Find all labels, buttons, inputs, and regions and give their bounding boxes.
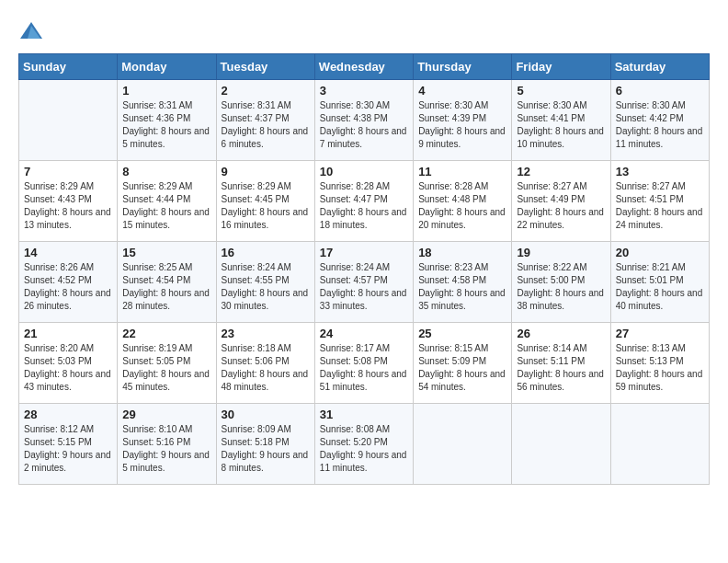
day-number: 7	[24, 165, 112, 178]
calendar-cell: 31Sunrise: 8:08 AMSunset: 5:20 PMDayligh…	[314, 404, 413, 485]
calendar-cell: 17Sunrise: 8:24 AMSunset: 4:57 PMDayligh…	[314, 242, 413, 323]
calendar-week-row: 28Sunrise: 8:12 AMSunset: 5:15 PMDayligh…	[19, 404, 710, 485]
day-number: 18	[418, 246, 506, 259]
day-number: 12	[517, 165, 605, 178]
day-number: 5	[517, 84, 605, 98]
cell-details: Sunrise: 8:21 AMSunset: 5:01 PMDaylight:…	[616, 261, 704, 313]
calendar-cell: 6Sunrise: 8:30 AMSunset: 4:42 PMDaylight…	[610, 80, 709, 161]
cell-details: Sunrise: 8:28 AMSunset: 4:47 PMDaylight:…	[320, 180, 408, 232]
day-number: 8	[122, 165, 210, 178]
day-number: 28	[24, 408, 112, 421]
cell-details: Sunrise: 8:14 AMSunset: 5:11 PMDaylight:…	[517, 342, 605, 394]
weekday-header: Thursday	[414, 54, 512, 80]
calendar-cell: 13Sunrise: 8:27 AMSunset: 4:51 PMDayligh…	[610, 161, 709, 242]
day-number: 11	[418, 165, 506, 178]
calendar-cell	[512, 404, 610, 485]
cell-details: Sunrise: 8:29 AMSunset: 4:45 PMDaylight:…	[222, 180, 310, 232]
day-number: 14	[24, 246, 112, 259]
calendar-cell: 3Sunrise: 8:30 AMSunset: 4:38 PMDaylight…	[314, 80, 413, 161]
day-number: 10	[320, 165, 408, 178]
day-number: 23	[222, 327, 310, 340]
day-number: 26	[517, 327, 605, 340]
calendar-cell: 22Sunrise: 8:19 AMSunset: 5:05 PMDayligh…	[118, 323, 216, 404]
calendar-cell: 25Sunrise: 8:15 AMSunset: 5:09 PMDayligh…	[414, 323, 512, 404]
calendar-cell: 2Sunrise: 8:31 AMSunset: 4:37 PMDaylight…	[216, 80, 314, 161]
weekday-header: Friday	[512, 54, 610, 80]
cell-details: Sunrise: 8:29 AMSunset: 4:44 PMDaylight:…	[122, 180, 210, 232]
calendar-cell: 12Sunrise: 8:27 AMSunset: 4:49 PMDayligh…	[512, 161, 610, 242]
header-row: SundayMondayTuesdayWednesdayThursdayFrid…	[19, 54, 710, 80]
calendar-week-row: 1Sunrise: 8:31 AMSunset: 4:36 PMDaylight…	[19, 80, 710, 161]
day-number: 25	[418, 327, 506, 340]
day-number: 6	[616, 84, 704, 98]
day-number: 29	[122, 408, 210, 421]
cell-details: Sunrise: 8:08 AMSunset: 5:20 PMDaylight:…	[320, 423, 408, 475]
cell-details: Sunrise: 8:24 AMSunset: 4:57 PMDaylight:…	[320, 261, 408, 313]
calendar-cell	[19, 80, 118, 161]
cell-details: Sunrise: 8:20 AMSunset: 5:03 PMDaylight:…	[24, 342, 112, 394]
calendar-week-row: 21Sunrise: 8:20 AMSunset: 5:03 PMDayligh…	[19, 323, 710, 404]
calendar-cell: 26Sunrise: 8:14 AMSunset: 5:11 PMDayligh…	[512, 323, 610, 404]
weekday-header: Saturday	[610, 54, 709, 80]
cell-details: Sunrise: 8:28 AMSunset: 4:48 PMDaylight:…	[418, 180, 506, 232]
day-number: 24	[320, 327, 408, 340]
day-number: 30	[222, 408, 310, 421]
calendar-week-row: 7Sunrise: 8:29 AMSunset: 4:43 PMDaylight…	[19, 161, 710, 242]
cell-details: Sunrise: 8:24 AMSunset: 4:55 PMDaylight:…	[222, 261, 310, 313]
logo	[18, 18, 48, 44]
calendar-cell: 14Sunrise: 8:26 AMSunset: 4:52 PMDayligh…	[19, 242, 118, 323]
cell-details: Sunrise: 8:31 AMSunset: 4:37 PMDaylight:…	[222, 99, 310, 151]
calendar-cell: 15Sunrise: 8:25 AMSunset: 4:54 PMDayligh…	[118, 242, 216, 323]
cell-details: Sunrise: 8:31 AMSunset: 4:36 PMDaylight:…	[122, 99, 210, 151]
calendar-cell: 5Sunrise: 8:30 AMSunset: 4:41 PMDaylight…	[512, 80, 610, 161]
cell-details: Sunrise: 8:30 AMSunset: 4:39 PMDaylight:…	[418, 99, 506, 151]
calendar-body: 1Sunrise: 8:31 AMSunset: 4:36 PMDaylight…	[19, 80, 710, 485]
day-number: 1	[122, 84, 210, 98]
day-number: 16	[222, 246, 310, 259]
calendar-cell: 18Sunrise: 8:23 AMSunset: 4:58 PMDayligh…	[414, 242, 512, 323]
day-number: 22	[122, 327, 210, 340]
day-number: 15	[122, 246, 210, 259]
calendar-cell: 7Sunrise: 8:29 AMSunset: 4:43 PMDaylight…	[19, 161, 118, 242]
calendar-cell: 9Sunrise: 8:29 AMSunset: 4:45 PMDaylight…	[216, 161, 314, 242]
day-number: 31	[320, 408, 408, 421]
cell-details: Sunrise: 8:25 AMSunset: 4:54 PMDaylight:…	[122, 261, 210, 313]
cell-details: Sunrise: 8:18 AMSunset: 5:06 PMDaylight:…	[222, 342, 310, 394]
calendar-cell: 1Sunrise: 8:31 AMSunset: 4:36 PMDaylight…	[118, 80, 216, 161]
weekday-header: Tuesday	[216, 54, 314, 80]
cell-details: Sunrise: 8:30 AMSunset: 4:42 PMDaylight:…	[616, 99, 704, 151]
cell-details: Sunrise: 8:29 AMSunset: 4:43 PMDaylight:…	[24, 180, 112, 232]
weekday-header: Sunday	[19, 54, 118, 80]
calendar-cell: 23Sunrise: 8:18 AMSunset: 5:06 PMDayligh…	[216, 323, 314, 404]
day-number: 4	[418, 84, 506, 98]
cell-details: Sunrise: 8:23 AMSunset: 4:58 PMDaylight:…	[418, 261, 506, 313]
calendar-cell: 8Sunrise: 8:29 AMSunset: 4:44 PMDaylight…	[118, 161, 216, 242]
day-number: 27	[616, 327, 704, 340]
calendar-cell: 11Sunrise: 8:28 AMSunset: 4:48 PMDayligh…	[414, 161, 512, 242]
calendar-cell: 27Sunrise: 8:13 AMSunset: 5:13 PMDayligh…	[610, 323, 709, 404]
cell-details: Sunrise: 8:09 AMSunset: 5:18 PMDaylight:…	[222, 423, 310, 475]
calendar-week-row: 14Sunrise: 8:26 AMSunset: 4:52 PMDayligh…	[19, 242, 710, 323]
weekday-header: Monday	[118, 54, 216, 80]
page-header	[18, 18, 710, 44]
calendar-cell: 19Sunrise: 8:22 AMSunset: 5:00 PMDayligh…	[512, 242, 610, 323]
cell-details: Sunrise: 8:13 AMSunset: 5:13 PMDaylight:…	[616, 342, 704, 394]
cell-details: Sunrise: 8:15 AMSunset: 5:09 PMDaylight:…	[418, 342, 506, 394]
cell-details: Sunrise: 8:19 AMSunset: 5:05 PMDaylight:…	[122, 342, 210, 394]
day-number: 9	[222, 165, 310, 178]
calendar-cell: 29Sunrise: 8:10 AMSunset: 5:16 PMDayligh…	[118, 404, 216, 485]
day-number: 3	[320, 84, 408, 98]
cell-details: Sunrise: 8:30 AMSunset: 4:38 PMDaylight:…	[320, 99, 408, 151]
weekday-header: Wednesday	[314, 54, 413, 80]
day-number: 21	[24, 327, 112, 340]
logo-icon	[18, 18, 44, 44]
calendar-cell: 10Sunrise: 8:28 AMSunset: 4:47 PMDayligh…	[314, 161, 413, 242]
calendar-cell: 30Sunrise: 8:09 AMSunset: 5:18 PMDayligh…	[216, 404, 314, 485]
calendar-header: SundayMondayTuesdayWednesdayThursdayFrid…	[19, 54, 710, 80]
calendar-cell	[414, 404, 512, 485]
calendar-cell: 4Sunrise: 8:30 AMSunset: 4:39 PMDaylight…	[414, 80, 512, 161]
day-number: 17	[320, 246, 408, 259]
day-number: 19	[517, 246, 605, 259]
calendar-cell: 24Sunrise: 8:17 AMSunset: 5:08 PMDayligh…	[314, 323, 413, 404]
cell-details: Sunrise: 8:26 AMSunset: 4:52 PMDaylight:…	[24, 261, 112, 313]
